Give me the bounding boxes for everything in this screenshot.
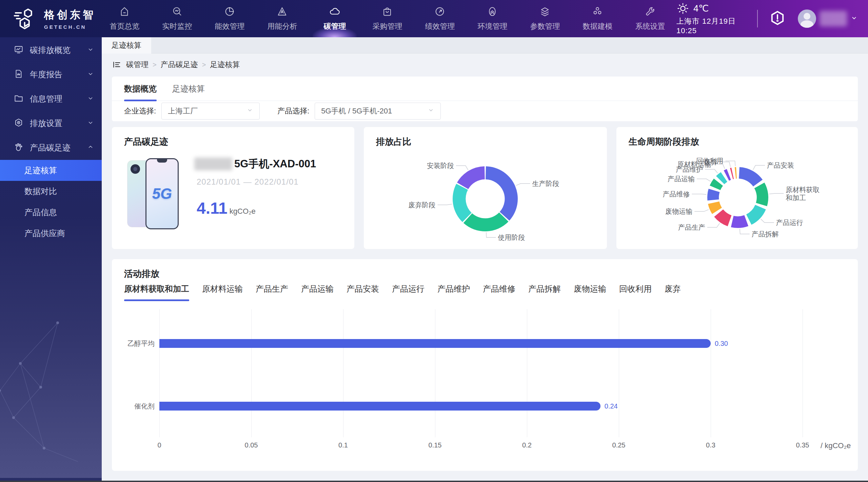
pie-label-回收利用: 回收利用 [696, 157, 724, 165]
bar-乙醇平均[interactable] [159, 339, 711, 348]
gridline [159, 309, 160, 437]
tab-足迹核算[interactable]: 足迹核算 [172, 77, 205, 101]
x-tick-label: 0.2 [512, 441, 542, 449]
activity-tab-产品维护[interactable]: 产品维护 [437, 284, 470, 296]
nav-item-用能分析[interactable]: 用能分析 [256, 0, 309, 37]
sidebar-subitem-产品供应商[interactable]: 产品供应商 [0, 223, 102, 244]
activity-tab-产品生产[interactable]: 产品生产 [256, 284, 288, 296]
analysis-icon [276, 6, 288, 19]
activity-tab-回收利用[interactable]: 回收利用 [619, 284, 652, 296]
sidebar-submenu: 足迹核算数据对比产品信息产品供应商 [0, 160, 102, 244]
activity-tab-产品运输[interactable]: 产品运输 [301, 284, 334, 296]
x-tick-label: 0.35 [787, 441, 818, 449]
pie-slice-使用阶段[interactable] [463, 212, 509, 231]
nav-item-系统设置[interactable]: 系统设置 [624, 0, 676, 37]
phone-screen-label: 5G [152, 185, 172, 202]
sidebar-item-碳排放概览[interactable]: 碳排放概览 [0, 38, 102, 62]
main-content: 足迹核算 碳管理>产品碳足迹>足迹核算 数据概览足迹核算 企业选择: 上海工厂 … [102, 37, 868, 482]
pie-slice-安装阶段[interactable] [457, 166, 485, 189]
pie-slice-废物运输[interactable] [708, 202, 722, 214]
nav-item-参数管理[interactable]: 参数管理 [519, 0, 571, 37]
sidebar-item-产品碳足迹[interactable]: 产品碳足迹 [0, 135, 102, 160]
bar-催化剂[interactable] [159, 402, 600, 411]
carbon-value: 4.11 [197, 199, 228, 217]
breadcrumb-item-碳管理[interactable]: 碳管理 [126, 60, 149, 70]
activity-tab-产品运行[interactable]: 产品运行 [392, 284, 425, 296]
pie-slice-回收利用[interactable] [735, 167, 737, 179]
pie-label-原材料获取和加工: 原材料获取和加工 [786, 186, 820, 202]
nav-item-实时监控[interactable]: 实时监控 [151, 0, 203, 37]
sidebar-item-年度报告[interactable]: 年度报告 [0, 62, 102, 87]
pie-slice-废弃阶段[interactable] [453, 184, 472, 222]
activity-tab-废弃[interactable]: 废弃 [665, 284, 681, 296]
page-tab-active[interactable]: 足迹核算 [102, 37, 151, 54]
pie-label-leader [486, 232, 496, 237]
pie-slice-产品运行[interactable] [746, 205, 766, 225]
pie-icon [224, 6, 235, 19]
activity-tab-产品安装[interactable]: 产品安装 [347, 284, 379, 296]
pie-slice-原材料获取和加工[interactable] [754, 183, 768, 206]
chevron-down-icon [87, 70, 94, 79]
nav-item-碳管理[interactable]: 碳管理 [309, 0, 361, 37]
breadcrumb-item-产品碳足迹[interactable]: 产品碳足迹 [161, 60, 198, 70]
product-name-row: 5G手机-XAD-001 [194, 157, 316, 171]
pie-slice-生产阶段[interactable] [486, 166, 518, 221]
pie-label-leader [705, 169, 718, 173]
gridline [343, 309, 343, 437]
product-name: 5G手机-XAD-001 [234, 157, 316, 171]
tab-数据概览[interactable]: 数据概览 [124, 77, 157, 101]
nav-item-环境管理[interactable]: 环境管理 [466, 0, 519, 37]
sidebar-item-排放设置[interactable]: 排放设置 [0, 111, 102, 135]
collapse-menu-button[interactable] [112, 60, 121, 69]
pie-label-废物运输: 废物运输 [665, 208, 692, 215]
alert-button[interactable] [769, 10, 786, 27]
pie-slice-废弃[interactable] [730, 168, 734, 179]
nav-item-采购管理[interactable]: 采购管理 [361, 0, 414, 37]
bar-category-label: 催化剂 [111, 402, 155, 411]
bar-value-label: 0.30 [715, 339, 728, 348]
company-filter-label: 企业选择: [124, 106, 156, 116]
window-bottom-edge [0, 481, 868, 482]
weather-location: 上海市 [676, 17, 700, 25]
pie-slice-产品拆解[interactable] [731, 215, 748, 228]
sidebar-subitem-产品信息[interactable]: 产品信息 [0, 202, 102, 223]
weather-temp: 4℃ [693, 3, 709, 14]
env-icon [487, 6, 498, 19]
gridline [435, 309, 435, 437]
sidebar-item-label: 排放设置 [30, 118, 87, 129]
user-menu-caret[interactable] [850, 14, 858, 23]
nav-item-首页总览[interactable]: 首页总览 [98, 0, 151, 37]
breadcrumb-item-足迹核算[interactable]: 足迹核算 [210, 60, 240, 70]
activity-tab-原材料获取和加工[interactable]: 原材料获取和加工 [124, 284, 189, 296]
activity-tab-产品拆解[interactable]: 产品拆解 [528, 284, 561, 296]
nav-item-label: 采购管理 [372, 21, 402, 32]
pie-slice-产品生产[interactable] [714, 209, 731, 226]
nav-item-绩效管理[interactable]: 绩效管理 [414, 0, 466, 37]
avatar-shoulders [801, 20, 813, 28]
monitor-icon [171, 6, 183, 19]
activity-tab-产品维修[interactable]: 产品维修 [483, 284, 515, 296]
company-select[interactable]: 上海工厂 [161, 103, 260, 120]
activity-tab-废物运输[interactable]: 废物运输 [574, 284, 606, 296]
product-period: 2021/01/01 — 2022/01/01 [197, 177, 299, 187]
weather-date: 12月19日 [702, 17, 736, 25]
activity-tab-原材料运输[interactable]: 原材料运输 [202, 284, 243, 296]
sidebar-subitem-数据对比[interactable]: 数据对比 [0, 181, 102, 202]
gauge-icon [434, 6, 446, 19]
chevron-down-icon [850, 14, 858, 22]
nav-item-数据建模[interactable]: 数据建模 [571, 0, 624, 37]
pie-label-leader [761, 219, 774, 223]
pie-label-leader [707, 223, 720, 227]
pie-label-生产阶段: 生产阶段 [532, 180, 559, 187]
main-nav: 首页总览实时监控能效管理用能分析碳管理采购管理绩效管理环境管理参数管理数据建模系… [98, 0, 676, 37]
pie-slice-产品维修[interactable] [707, 189, 720, 201]
sidebar-subitem-足迹核算[interactable]: 足迹核算 [0, 160, 102, 181]
product-select[interactable]: 5G手机 / 5G手机-201 [315, 103, 441, 120]
logo-subtitle: GETECH.CN [44, 24, 96, 30]
avatar[interactable] [798, 9, 816, 28]
sidebar-item-信息管理[interactable]: 信息管理 [0, 87, 102, 111]
nav-item-能效管理[interactable]: 能效管理 [203, 0, 256, 37]
phone-front: 5G [145, 158, 179, 229]
pie-slice-产品安装[interactable] [739, 167, 763, 186]
nav-item-label: 数据建模 [583, 21, 612, 32]
